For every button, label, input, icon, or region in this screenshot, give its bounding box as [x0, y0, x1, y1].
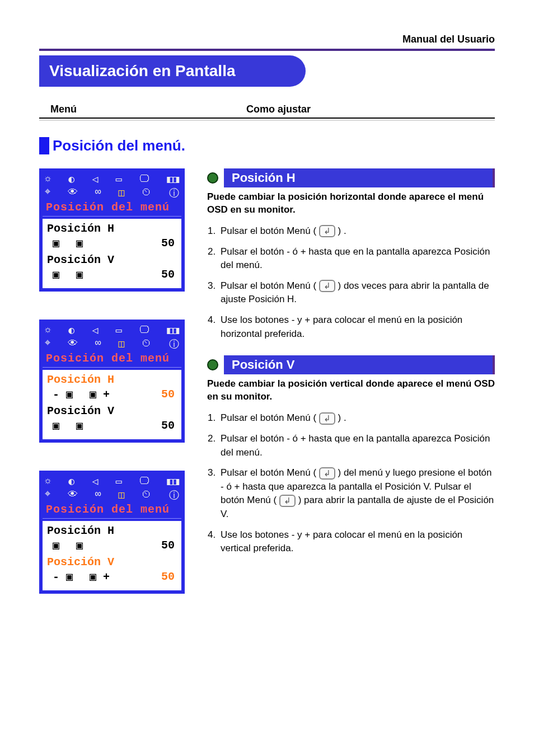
instructions-column: Posición H Puede cambiar la posición hor… [207, 168, 495, 594]
osd-h-value: 50 [161, 539, 175, 552]
position-icon: ⌖ [45, 186, 50, 200]
v-up-icon: ▣ [76, 267, 83, 281]
step-h-4: Use los botones - y + para colocar el me… [218, 313, 495, 341]
osd-h-value: 50 [161, 388, 175, 401]
screen-icon: 🖵 [139, 475, 149, 487]
osd-icon-row-top: ☼ ◐ ◁ ▭ 🖵 ◧◨ [43, 474, 181, 487]
eye-icon: 👁 [68, 186, 78, 200]
subheading-v-wrap: Posición V [207, 355, 495, 374]
contrast-icon: ◐ [68, 173, 74, 185]
osd-v-label: Posición V [47, 556, 177, 569]
nav-left-icon: ◁ [92, 324, 98, 336]
step-h-2: Pulsar el botón - ó + hasta que en la pa… [218, 245, 495, 273]
size-icon: ▭ [116, 324, 122, 336]
v-up-icon: ▣ + [90, 570, 110, 584]
osd-icon-row-bottom: ⌖ 👁 ∞ ◫ ⏲ ⓘ [43, 336, 181, 351]
page-title: Visualización en Pantalla [39, 55, 306, 87]
osd-panel-1: ☼ ◐ ◁ ▭ 🖵 ◧◨ ⌖ 👁 ∞ ◫ ⏲ ⓘ Posición del me… [39, 168, 185, 292]
osd-title: Posición del menú [43, 200, 181, 217]
step-v-3: Pulsar el botón Menú ( ↲ ) del menú y lu… [218, 466, 495, 522]
page: Manual del Usuario Visualización en Pant… [0, 0, 534, 616]
intro-v: Puede cambiar la posición vertical donde… [207, 378, 495, 403]
osd-h-label: Posición H [47, 373, 177, 386]
h-right-icon: ▣ [76, 236, 83, 250]
subheading-v: Posición V [224, 355, 495, 374]
bullet-icon [207, 359, 218, 370]
osd-h-label: Posición H [47, 524, 177, 537]
col-header-menu: Menú [39, 104, 246, 115]
size-icon: ▭ [116, 475, 122, 487]
bullet-icon [207, 172, 218, 184]
osd-body: Posición H ▣▣ 50 Posición V ▣▣ 50 [43, 219, 181, 288]
osd-h-label: Posición H [47, 222, 177, 235]
h-right-icon: ▣ + [90, 387, 110, 401]
screen-icon: 🖵 [139, 173, 149, 185]
contrast-icon: ◐ [68, 324, 74, 336]
enter-icon: ↲ [279, 495, 296, 507]
clock-icon: ⏲ [142, 489, 152, 502]
osd-v-icons: ▣▣ [53, 267, 83, 281]
osd-h-icons: ▣▣ [53, 236, 83, 250]
v-down-icon: ▣ [53, 419, 59, 433]
h-right-icon: ▣ [76, 538, 83, 552]
step-h-3: Pulsar el botón Menú ( ↲ ) dos veces par… [218, 279, 495, 307]
v-up-icon: ▣ [76, 419, 83, 433]
osd-v-label: Posición V [47, 253, 177, 266]
menu-position-icon: ◫ [118, 186, 124, 200]
osd-icon-row-top: ☼ ◐ ◁ ▭ 🖵 ◧◨ [43, 323, 181, 336]
nav-left-icon: ◁ [92, 173, 98, 185]
enter-icon: ↲ [319, 412, 335, 425]
position-icon: ⌖ [45, 337, 50, 351]
osd-v-row: - ▣▣ + 50 [47, 569, 177, 587]
brightness-icon: ☼ [45, 475, 51, 487]
step-v-1: Pulsar el botón Menú ( ↲ ) . [218, 411, 495, 425]
osd-v-row: ▣▣ 50 [47, 417, 177, 436]
enter-icon: ↲ [319, 467, 335, 480]
enter-icon: ↲ [319, 225, 335, 237]
thin-rule [39, 120, 495, 120]
col-header-adjust: Como ajustar [246, 104, 311, 115]
info-icon: ⓘ [169, 186, 179, 200]
osd-v-value: 50 [161, 268, 175, 281]
osd-body: Posición H - ▣▣ + 50 Posición V ▣▣ 50 [43, 370, 181, 439]
position-icon: ⌖ [45, 489, 50, 502]
osd-h-row: ▣▣ 50 [47, 537, 177, 556]
intro-h: Puede cambiar la posición horizontal don… [207, 191, 495, 217]
info-icon: ⓘ [169, 489, 179, 502]
h-left-icon: ▣ [53, 538, 59, 552]
brightness-icon: ☼ [45, 324, 51, 336]
content-row: ☼ ◐ ◁ ▭ 🖵 ◧◨ ⌖ 👁 ∞ ◫ ⏲ ⓘ Posición del me… [39, 168, 495, 594]
loop-icon: ∞ [95, 489, 101, 502]
osd-v-icons: - ▣▣ + [53, 570, 110, 584]
steps-h: Pulsar el botón Menú ( ↲ ) . Pulsar el b… [207, 224, 495, 341]
loop-icon: ∞ [95, 186, 101, 200]
step-h-1: Pulsar el botón Menú ( ↲ ) . [218, 224, 495, 238]
osd-v-row: ▣▣ 50 [47, 266, 177, 285]
contrast-icon: ◐ [68, 475, 74, 487]
image-icon: ◧◨ [167, 475, 179, 487]
subheading-h: Posición H [224, 168, 495, 187]
osd-v-value: 50 [161, 570, 175, 583]
eye-icon: 👁 [68, 489, 78, 502]
step-v-2: Pulsar el botón - ó + hasta que en la pa… [218, 432, 495, 459]
h-left-icon: - ▣ [53, 387, 73, 401]
osd-h-row: - ▣▣ + 50 [47, 386, 177, 405]
columns-header: Menú Como ajustar [39, 104, 495, 119]
subheading-h-wrap: Posición H [207, 168, 495, 187]
image-icon: ◧◨ [167, 324, 179, 336]
v-down-icon: ▣ [53, 267, 59, 281]
osd-icon-row-bottom: ⌖ 👁 ∞ ◫ ⏲ ⓘ [43, 487, 181, 502]
v-down-icon: - ▣ [53, 570, 73, 584]
loop-icon: ∞ [95, 337, 101, 351]
screen-icon: 🖵 [139, 324, 149, 336]
osd-h-row: ▣▣ 50 [47, 235, 177, 253]
menu-position-icon: ◫ [118, 489, 124, 502]
osd-h-icons: ▣▣ [53, 538, 83, 552]
osd-v-value: 50 [161, 419, 175, 432]
brightness-icon: ☼ [45, 173, 51, 185]
nav-left-icon: ◁ [92, 475, 98, 487]
step-v-4: Use los botones - y + para colocar el me… [218, 528, 495, 556]
eye-icon: 👁 [68, 337, 78, 351]
size-icon: ▭ [116, 173, 122, 185]
osd-body: Posición H ▣▣ 50 Posición V - ▣▣ + 50 [43, 521, 181, 590]
